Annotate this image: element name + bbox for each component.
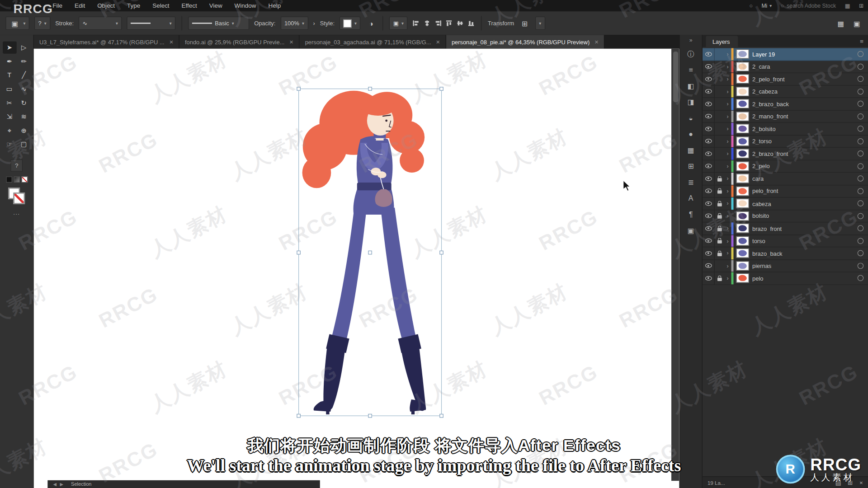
align-vcenter-icon[interactable] [457, 20, 464, 27]
layer-row[interactable]: › torso [703, 235, 868, 248]
layer-name[interactable]: 2_brazo_front [752, 150, 855, 157]
visibility-toggle[interactable] [703, 110, 715, 122]
layer-row[interactable]: › bolsito [703, 210, 868, 223]
layer-target-icon[interactable] [858, 275, 863, 281]
document-tab[interactable]: personaje_08_pie.ai* @ 64,35% (RGB/GPU P… [446, 35, 605, 49]
layer-name[interactable]: 2_bolsito [752, 126, 855, 132]
align-panel-icon[interactable]: ≣ [680, 174, 702, 191]
layer-target-icon[interactable] [858, 64, 863, 70]
expand-chevron-icon[interactable]: › [724, 126, 731, 131]
artboard-canvas[interactable]: ◀ ▶ Selection [34, 49, 679, 488]
recolor-artwork-icon[interactable]: ◑ [366, 18, 377, 28]
layer-row[interactable]: › 2_mano_front [703, 110, 868, 123]
menu-item[interactable]: Edit [69, 2, 91, 9]
layer-name[interactable]: 2_cabeza [752, 88, 855, 95]
layer-name[interactable]: cara [752, 175, 855, 182]
type-tool[interactable]: T [3, 69, 17, 81]
layer-target-icon[interactable] [858, 113, 863, 119]
width-tool[interactable]: ≋ [17, 111, 31, 123]
color-panel-icon[interactable]: ◧ [680, 78, 702, 94]
selection-handle-top-left[interactable] [297, 87, 301, 91]
visibility-toggle[interactable] [703, 135, 715, 147]
tab-close-icon[interactable]: × [594, 38, 599, 46]
brush-definition-dropdown[interactable]: Basic▾ [188, 17, 249, 30]
expand-chevron-icon[interactable]: › [724, 201, 731, 206]
menu-item[interactable]: Effect [175, 2, 203, 9]
align-right-icon[interactable] [435, 20, 442, 27]
visibility-toggle[interactable] [703, 85, 715, 97]
search-icon[interactable]: ○ [749, 3, 752, 9]
scrollbar-thumb[interactable] [673, 52, 678, 103]
layer-name[interactable]: Layer 19 [752, 51, 855, 57]
layers-panel-tab[interactable]: Layers [706, 36, 737, 47]
layer-thumbnail[interactable] [736, 273, 749, 283]
expand-chevron-icon[interactable]: › [724, 64, 731, 70]
align-hcenter-icon[interactable] [424, 20, 431, 27]
document-setup-button[interactable]: ▣▾ [389, 17, 407, 30]
layer-row[interactable]: › cara [703, 173, 868, 185]
lock-toggle[interactable] [715, 101, 724, 107]
stroke-swatch[interactable] [13, 192, 25, 204]
layer-row[interactable]: › brazo_back [703, 247, 868, 260]
layer-target-icon[interactable] [858, 213, 863, 219]
selection-tool[interactable]: ➤ [3, 42, 17, 54]
opacity-more-icon[interactable]: › [313, 20, 315, 27]
layer-name[interactable]: 2_pelo [752, 163, 855, 169]
layer-target-icon[interactable] [858, 175, 863, 181]
gradient-panel-icon[interactable]: ◨ [680, 94, 702, 110]
lock-toggle[interactable] [715, 238, 724, 244]
tab-close-icon[interactable]: × [436, 38, 440, 46]
layer-thumbnail[interactable] [736, 211, 749, 221]
layer-row[interactable]: › 2_brazo_front [703, 148, 868, 160]
layer-row[interactable]: › 2_bolsito [703, 123, 868, 136]
visibility-toggle[interactable] [703, 235, 715, 247]
transform-grid-icon[interactable]: ⊞ [519, 18, 530, 28]
layer-row[interactable]: › 2_brazo_back [703, 98, 868, 111]
pattern-panel-icon[interactable]: ▦ [680, 142, 702, 159]
layer-row[interactable]: › 2_cara [703, 61, 868, 73]
document-tab[interactable]: fondo.ai @ 25,9% (RGB/GPU Previe... × [179, 35, 300, 49]
transform-label[interactable]: Transform [488, 20, 514, 27]
align-bottom-icon[interactable] [468, 20, 475, 27]
layer-name[interactable]: 2_cara [752, 63, 855, 70]
layer-target-icon[interactable] [858, 101, 863, 107]
visibility-toggle[interactable] [703, 173, 715, 184]
expand-chevron-icon[interactable]: › [724, 101, 731, 107]
layer-target-icon[interactable] [858, 225, 863, 231]
draw-inside-icon[interactable] [21, 177, 27, 183]
profile-menu[interactable]: Mi▾ [761, 3, 772, 9]
layer-name[interactable]: 2_brazo_back [752, 101, 855, 108]
visibility-toggle[interactable] [703, 247, 715, 259]
layer-thumbnail[interactable] [736, 99, 749, 108]
layer-thumbnail[interactable] [736, 199, 749, 208]
lock-toggle[interactable] [715, 151, 724, 156]
document-tab[interactable]: U3_L7_Styleframes.ai* @ 47,17% (RGB/GPU … [34, 35, 179, 49]
selection-handle-bottom-left[interactable] [297, 414, 301, 418]
expand-chevron-icon[interactable]: › [724, 263, 731, 268]
layer-row[interactable]: › Layer 19 [703, 48, 868, 61]
lock-toggle[interactable] [715, 250, 724, 256]
expand-chevron-icon[interactable]: › [724, 150, 731, 156]
lock-toggle[interactable] [715, 263, 724, 268]
selection-handle-middle-left[interactable] [297, 250, 301, 254]
visibility-toggle[interactable] [703, 61, 715, 72]
menu-item[interactable]: Select [146, 2, 175, 9]
layer-thumbnail[interactable] [736, 74, 749, 84]
lock-toggle[interactable] [715, 225, 724, 231]
visibility-toggle[interactable] [703, 272, 715, 284]
lock-toggle[interactable] [715, 126, 724, 131]
lock-toggle[interactable] [715, 76, 724, 82]
layer-target-icon[interactable] [858, 250, 863, 256]
tool-options-button[interactable]: ▣▾ [5, 17, 29, 30]
layer-target-icon[interactable] [858, 163, 863, 169]
workspace-switcher-icon[interactable]: ⊞ [859, 3, 863, 9]
visibility-toggle[interactable] [703, 73, 715, 85]
tab-close-icon[interactable]: × [289, 38, 293, 46]
visibility-toggle[interactable] [703, 260, 715, 272]
layer-name[interactable]: pelo_front [752, 188, 855, 194]
dock-grid-icon[interactable]: ▦ [835, 18, 846, 28]
expand-chevron-icon[interactable]: › [724, 51, 731, 57]
layer-thumbnail[interactable] [736, 249, 749, 258]
expand-chevron-icon[interactable]: › [724, 89, 731, 94]
lock-toggle[interactable] [715, 52, 724, 57]
